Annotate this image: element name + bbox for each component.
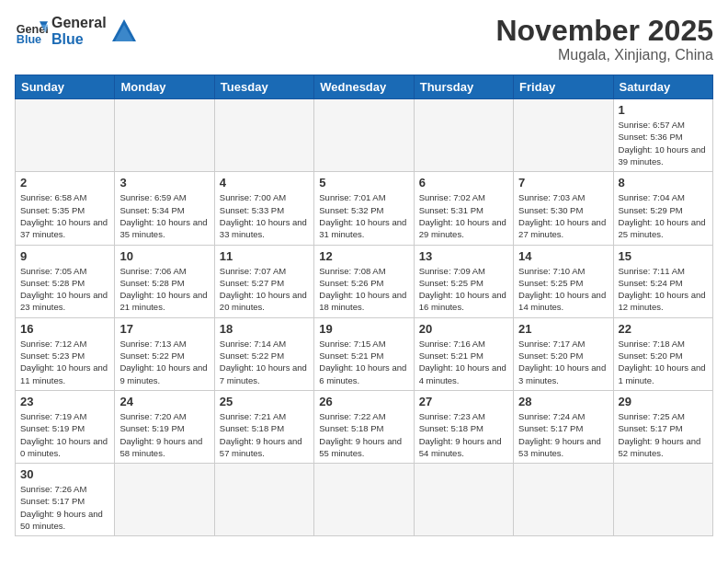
location: Mugala, Xinjiang, China [495,47,713,63]
day-info: Sunrise: 7:13 AM Sunset: 5:22 PM Dayligh… [119,338,209,386]
day-number: 30 [20,467,109,481]
calendar-cell [514,99,613,172]
day-number: 9 [20,249,109,263]
weekday-header-monday: Monday [115,75,214,99]
calendar-cell: 20Sunrise: 7:16 AM Sunset: 5:21 PM Dayli… [414,317,513,390]
calendar-cell [115,99,214,172]
calendar-cell: 14Sunrise: 7:10 AM Sunset: 5:25 PM Dayli… [514,245,613,317]
day-info: Sunrise: 7:23 AM Sunset: 5:18 PM Dayligh… [419,410,508,459]
day-number: 17 [119,322,209,336]
day-info: Sunrise: 6:59 AM Sunset: 5:34 PM Dayligh… [119,191,209,240]
calendar-cell [514,464,613,536]
calendar-cell: 25Sunrise: 7:21 AM Sunset: 5:18 PM Dayli… [214,390,313,463]
calendar-cell: 16Sunrise: 7:12 AM Sunset: 5:23 PM Dayli… [16,317,115,390]
day-number: 22 [619,322,708,336]
day-number: 20 [419,322,508,336]
calendar-cell: 4Sunrise: 7:00 AM Sunset: 5:33 PM Daylig… [214,172,313,245]
day-number: 16 [20,322,109,336]
day-info: Sunrise: 7:05 AM Sunset: 5:28 PM Dayligh… [20,265,109,314]
day-number: 4 [220,176,309,190]
calendar-header-row: SundayMondayTuesdayWednesdayThursdayFrid… [16,75,713,99]
day-info: Sunrise: 7:01 AM Sunset: 5:32 PM Dayligh… [319,191,408,240]
calendar-cell: 24Sunrise: 7:20 AM Sunset: 5:19 PM Dayli… [115,390,214,463]
calendar-cell [214,464,313,536]
day-info: Sunrise: 7:19 AM Sunset: 5:19 PM Dayligh… [20,410,109,459]
day-info: Sunrise: 7:24 AM Sunset: 5:17 PM Dayligh… [518,410,608,459]
day-number: 18 [220,322,309,336]
day-info: Sunrise: 6:57 AM Sunset: 5:36 PM Dayligh… [619,119,708,167]
calendar-cell: 27Sunrise: 7:23 AM Sunset: 5:18 PM Dayli… [414,390,513,463]
day-info: Sunrise: 7:08 AM Sunset: 5:26 PM Dayligh… [319,265,408,314]
calendar-cell: 2Sunrise: 6:58 AM Sunset: 5:35 PM Daylig… [16,172,115,245]
calendar-cell: 8Sunrise: 7:04 AM Sunset: 5:29 PM Daylig… [613,172,712,245]
weekday-header-tuesday: Tuesday [214,75,313,99]
calendar-cell: 9Sunrise: 7:05 AM Sunset: 5:28 PM Daylig… [16,245,115,317]
calendar-cell: 18Sunrise: 7:14 AM Sunset: 5:22 PM Dayli… [214,317,313,390]
day-number: 13 [419,249,508,263]
svg-text:Blue: Blue [17,33,41,46]
day-info: Sunrise: 7:16 AM Sunset: 5:21 PM Dayligh… [419,338,508,386]
logo: General Blue General Blue [15,15,138,48]
day-number: 24 [119,395,209,408]
day-info: Sunrise: 7:00 AM Sunset: 5:33 PM Dayligh… [220,191,309,240]
calendar-cell: 21Sunrise: 7:17 AM Sunset: 5:20 PM Dayli… [514,317,613,390]
weekday-header-sunday: Sunday [16,75,115,99]
calendar-cell: 3Sunrise: 6:59 AM Sunset: 5:34 PM Daylig… [115,172,214,245]
day-info: Sunrise: 7:20 AM Sunset: 5:19 PM Dayligh… [119,410,209,459]
day-info: Sunrise: 7:15 AM Sunset: 5:21 PM Dayligh… [319,338,408,386]
day-info: Sunrise: 7:07 AM Sunset: 5:27 PM Dayligh… [220,265,309,314]
calendar-cell: 17Sunrise: 7:13 AM Sunset: 5:22 PM Dayli… [115,317,214,390]
calendar-cell: 15Sunrise: 7:11 AM Sunset: 5:24 PM Dayli… [613,245,712,317]
day-info: Sunrise: 7:11 AM Sunset: 5:24 PM Dayligh… [619,265,708,314]
day-number: 12 [319,249,408,263]
calendar-cell: 12Sunrise: 7:08 AM Sunset: 5:26 PM Dayli… [314,245,414,317]
day-info: Sunrise: 7:14 AM Sunset: 5:22 PM Dayligh… [220,338,309,386]
calendar-cell: 30Sunrise: 7:26 AM Sunset: 5:17 PM Dayli… [16,464,115,536]
day-number: 14 [518,249,608,263]
day-number: 21 [518,322,608,336]
day-info: Sunrise: 7:26 AM Sunset: 5:17 PM Dayligh… [20,483,109,532]
day-info: Sunrise: 7:02 AM Sunset: 5:31 PM Dayligh… [419,191,508,240]
day-number: 11 [220,249,309,263]
day-number: 8 [619,176,708,190]
day-info: Sunrise: 7:10 AM Sunset: 5:25 PM Dayligh… [518,265,608,314]
calendar-table: SundayMondayTuesdayWednesdayThursdayFrid… [15,75,713,536]
logo-icon: General Blue [15,15,48,48]
day-number: 15 [619,249,708,263]
calendar-cell: 6Sunrise: 7:02 AM Sunset: 5:31 PM Daylig… [414,172,513,245]
weekday-header-wednesday: Wednesday [314,75,414,99]
day-number: 19 [319,322,408,336]
calendar-cell: 26Sunrise: 7:22 AM Sunset: 5:18 PM Dayli… [314,390,414,463]
logo-triangle-icon [110,17,138,45]
day-info: Sunrise: 7:09 AM Sunset: 5:25 PM Dayligh… [419,265,508,314]
calendar-week-row: 9Sunrise: 7:05 AM Sunset: 5:28 PM Daylig… [16,245,713,317]
calendar-cell: 29Sunrise: 7:25 AM Sunset: 5:17 PM Dayli… [613,390,712,463]
calendar-cell: 10Sunrise: 7:06 AM Sunset: 5:28 PM Dayli… [115,245,214,317]
day-info: Sunrise: 7:06 AM Sunset: 5:28 PM Dayligh… [119,265,209,314]
day-number: 25 [220,395,309,408]
weekday-header-friday: Friday [514,75,613,99]
day-number: 26 [319,395,408,408]
month-title: November 2025 [495,15,713,47]
calendar-cell: 1Sunrise: 6:57 AM Sunset: 5:36 PM Daylig… [613,99,712,172]
day-number: 27 [419,395,508,408]
calendar-cell [414,464,513,536]
day-number: 28 [518,395,608,408]
day-number: 6 [419,176,508,190]
day-number: 7 [518,176,608,190]
day-number: 5 [319,176,408,190]
day-number: 29 [619,395,708,408]
day-info: Sunrise: 6:58 AM Sunset: 5:35 PM Dayligh… [20,191,109,240]
day-number: 1 [619,103,708,117]
day-info: Sunrise: 7:04 AM Sunset: 5:29 PM Dayligh… [619,191,708,240]
calendar-cell: 23Sunrise: 7:19 AM Sunset: 5:19 PM Dayli… [16,390,115,463]
logo-general-text: General [51,15,107,31]
calendar-cell: 13Sunrise: 7:09 AM Sunset: 5:25 PM Dayli… [414,245,513,317]
day-number: 3 [119,176,209,190]
calendar-cell [314,464,414,536]
calendar-cell [115,464,214,536]
day-info: Sunrise: 7:17 AM Sunset: 5:20 PM Dayligh… [518,338,608,386]
day-info: Sunrise: 7:03 AM Sunset: 5:30 PM Dayligh… [518,191,608,240]
day-number: 2 [20,176,109,190]
calendar-cell: 28Sunrise: 7:24 AM Sunset: 5:17 PM Dayli… [514,390,613,463]
